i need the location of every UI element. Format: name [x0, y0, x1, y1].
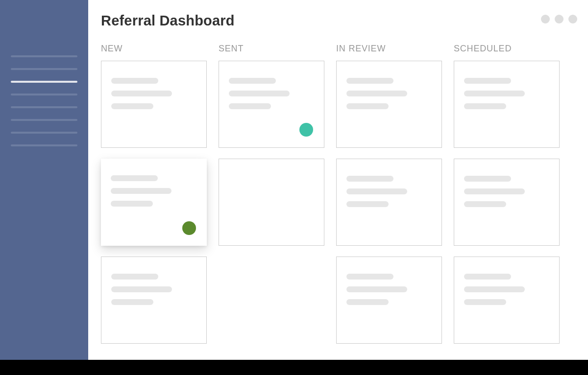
skeleton-line — [464, 78, 511, 84]
column-scheduled: SCHEDULED — [454, 44, 560, 354]
skeleton-line — [346, 299, 389, 305]
window-dot-icon[interactable] — [541, 15, 550, 23]
sidebar-item[interactable] — [11, 106, 77, 108]
skeleton-line — [464, 274, 511, 280]
column-header: SCHEDULED — [454, 44, 560, 54]
skeleton-line — [346, 286, 407, 292]
skeleton-line — [111, 91, 172, 96]
sidebar-item[interactable] — [11, 94, 77, 95]
referral-card[interactable] — [101, 159, 207, 246]
sidebar-item[interactable] — [11, 132, 77, 134]
referral-card-empty[interactable] — [219, 159, 324, 246]
skeleton-line — [111, 299, 153, 305]
column-header: SENT — [219, 44, 324, 54]
skeleton-line — [111, 274, 158, 280]
skeleton-line — [111, 188, 172, 194]
sidebar-item[interactable] — [11, 119, 77, 121]
referral-card[interactable] — [336, 257, 442, 344]
skeleton-line — [346, 176, 393, 182]
sidebar-item[interactable] — [11, 68, 77, 70]
referral-card[interactable] — [336, 159, 442, 246]
column-in-review: IN REVIEW — [336, 44, 442, 354]
skeleton-line — [346, 188, 407, 194]
column-sent: SENT — [219, 44, 324, 354]
skeleton-line — [346, 103, 389, 109]
main-content: Referral Dashboard NEW — [88, 0, 588, 360]
skeleton-line — [464, 176, 511, 182]
skeleton-line — [346, 201, 389, 207]
skeleton-line — [111, 103, 153, 109]
skeleton-line — [346, 274, 393, 280]
referral-card[interactable] — [454, 257, 560, 344]
referral-card[interactable] — [336, 61, 442, 148]
app-window: Referral Dashboard NEW — [0, 0, 588, 360]
sidebar-item[interactable] — [11, 144, 77, 146]
skeleton-line — [464, 286, 525, 292]
skeleton-line — [111, 78, 158, 84]
skeleton-line — [111, 175, 158, 181]
skeleton-line — [464, 91, 525, 96]
skeleton-line — [111, 286, 172, 292]
skeleton-line — [229, 78, 276, 84]
column-new: NEW — [101, 44, 207, 354]
referral-card[interactable] — [101, 61, 207, 148]
column-header: NEW — [101, 44, 207, 54]
skeleton-line — [464, 103, 506, 109]
skeleton-line — [464, 201, 506, 207]
skeleton-line — [346, 91, 407, 96]
kanban-board: NEW — [101, 44, 576, 354]
skeleton-line — [229, 91, 290, 96]
status-dot-icon — [299, 123, 313, 137]
referral-card[interactable] — [101, 257, 207, 344]
sidebar-item[interactable] — [11, 55, 77, 57]
skeleton-line — [346, 78, 393, 84]
status-dot-icon — [182, 221, 196, 235]
sidebar — [0, 0, 88, 360]
skeleton-line — [464, 188, 525, 194]
referral-card[interactable] — [454, 159, 560, 246]
window-dot-icon[interactable] — [555, 15, 564, 23]
column-header: IN REVIEW — [336, 44, 442, 54]
skeleton-line — [229, 103, 271, 109]
skeleton-line — [464, 299, 506, 305]
skeleton-line — [111, 201, 153, 207]
window-controls — [541, 15, 577, 23]
sidebar-item-active[interactable] — [11, 81, 77, 83]
referral-card[interactable] — [219, 61, 324, 148]
page-title: Referral Dashboard — [101, 13, 576, 29]
window-dot-icon[interactable] — [568, 15, 577, 23]
referral-card[interactable] — [454, 61, 560, 148]
